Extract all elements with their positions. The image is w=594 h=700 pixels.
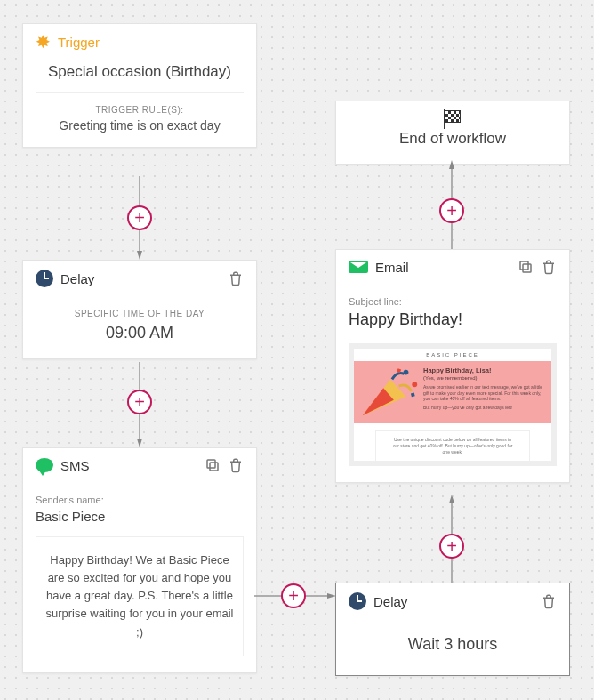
svg-point-16 (404, 370, 409, 375)
email-preview: BASIC PIECE Happy Birthday, Lisa! (Yes, … (349, 343, 557, 466)
delay-subhead: SPECIFIC TIME OF THE DAY (23, 309, 256, 318)
delay-node-2[interactable]: Delay Wait 3 hours (335, 583, 570, 676)
email-subject: Happy Birthday! (349, 310, 557, 329)
delete-icon[interactable] (228, 270, 244, 286)
mail-icon (349, 261, 368, 273)
svg-rect-13 (520, 261, 528, 270)
delay-time: 09:00 AM (23, 324, 256, 342)
delay-wait: Wait 3 hours (336, 635, 569, 654)
delay-node-1[interactable]: Delay SPECIFIC TIME OF THE DAY 09:00 AM (22, 260, 257, 359)
trigger-node[interactable]: ✸ Trigger Special occasion (Birthday) TR… (22, 23, 257, 148)
end-label: End of workflow (336, 130, 569, 148)
sms-label: SMS (60, 458, 197, 473)
flag-icon (445, 110, 461, 123)
duplicate-icon[interactable] (518, 259, 534, 275)
svg-rect-19 (411, 393, 415, 398)
trigger-rules-header: TRIGGER RULE(S): (23, 105, 256, 115)
clock-icon (349, 592, 366, 610)
delete-icon[interactable] (228, 457, 244, 473)
delay-label: Delay (373, 594, 534, 609)
preview-brand: BASIC PIECE (354, 349, 551, 361)
spark-icon: ✸ (36, 33, 51, 51)
preview-subheadline: (Yes, we remembered) (423, 375, 544, 381)
svg-rect-12 (523, 264, 531, 272)
svg-rect-11 (207, 460, 215, 468)
preview-copy: As we promised earlier in our text messa… (423, 384, 544, 402)
svg-marker-1 (137, 251, 142, 260)
svg-marker-3 (137, 439, 142, 447)
subject-label: Subject line: (349, 296, 557, 307)
svg-marker-7 (449, 495, 454, 503)
duplicate-icon[interactable] (205, 457, 221, 473)
trigger-title: Special occasion (Birthday) (23, 60, 256, 92)
add-step-button-3[interactable]: + (281, 583, 306, 608)
add-step-button-4[interactable]: + (439, 534, 464, 559)
preview-headline: Happy Birthday, Lisa! (423, 366, 544, 374)
sms-node[interactable]: SMS Sender's name: Basic Piece Happy Bir… (22, 447, 257, 673)
trigger-label: Trigger (58, 35, 244, 50)
email-node[interactable]: Email Subject line: Happy Birthday! BASI… (335, 249, 570, 483)
party-popper-icon (354, 361, 423, 423)
delete-icon[interactable] (541, 593, 557, 609)
sender-name: Basic Piece (36, 509, 244, 524)
svg-point-17 (412, 382, 417, 387)
add-step-button-1[interactable]: + (127, 205, 152, 230)
add-step-button-5[interactable]: + (439, 198, 464, 223)
add-step-button-2[interactable]: + (127, 390, 152, 414)
sender-label: Sender's name: (36, 495, 244, 505)
delete-icon[interactable] (541, 259, 557, 275)
clock-icon (36, 270, 53, 287)
delay-label: Delay (60, 271, 221, 286)
svg-rect-10 (210, 463, 218, 471)
preview-footer: But hurry up—you've only got a few days … (423, 405, 544, 411)
email-label: Email (375, 260, 510, 275)
sms-body: Happy Birthday! We at Basic Piece are so… (36, 536, 244, 656)
chat-icon (36, 458, 53, 472)
trigger-rule: Greeting time is on exact day (23, 115, 256, 147)
preview-body: Use the unique discount code below on al… (375, 430, 530, 462)
end-node: End of workflow (335, 101, 570, 165)
